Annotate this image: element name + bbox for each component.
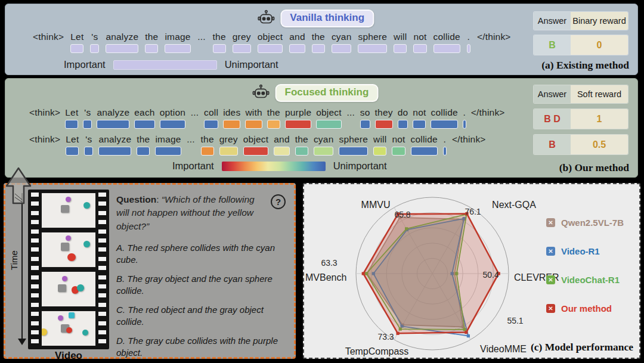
token: the bbox=[201, 134, 214, 156]
token-row-vanilla: <think>Let'sanalyzetheimage...thegreyobj… bbox=[33, 32, 511, 53]
token: ... bbox=[187, 134, 196, 156]
radar-marker bbox=[467, 334, 470, 337]
answer-header: Answer bbox=[534, 12, 571, 30]
token-word: object bbox=[258, 32, 283, 42]
video-frames bbox=[41, 193, 96, 346]
caption-c: (c) Model performance bbox=[531, 341, 633, 353]
token: </think> bbox=[471, 107, 505, 129]
scene-cube bbox=[61, 243, 69, 251]
token: will bbox=[373, 134, 386, 156]
token: sphere bbox=[339, 134, 368, 156]
reward-header: Soft reward bbox=[571, 85, 628, 103]
token-importance-box bbox=[83, 120, 92, 129]
token-word: <think> bbox=[29, 107, 60, 118]
token: . bbox=[443, 134, 447, 156]
token: sphere bbox=[358, 32, 387, 53]
token: . bbox=[467, 32, 470, 53]
robot-icon bbox=[257, 10, 275, 27]
scene-sphere bbox=[66, 327, 73, 334]
token-word: . bbox=[463, 107, 466, 118]
token: collide bbox=[431, 107, 457, 129]
legend-swatch-icon: ✕ bbox=[546, 275, 555, 284]
token-importance-box bbox=[295, 147, 308, 156]
legend-label: Our method bbox=[561, 303, 612, 314]
token-importance-box bbox=[245, 120, 262, 129]
token: the bbox=[137, 134, 150, 156]
token-importance-box bbox=[201, 147, 214, 156]
token-word: </think> bbox=[452, 134, 486, 145]
token: the bbox=[213, 32, 226, 53]
legend-item: ✕Our method bbox=[546, 303, 624, 314]
radar-value-label: 76.1 bbox=[465, 207, 481, 216]
legend-swatch-icon: ✕ bbox=[546, 218, 555, 227]
answer-option: C. The red object and the gray object co… bbox=[116, 304, 287, 327]
video-label: Video bbox=[28, 350, 109, 362]
token: grey bbox=[219, 134, 238, 156]
question-mark-icon: ? bbox=[271, 194, 286, 209]
token-importance-box bbox=[375, 120, 393, 129]
token-importance-box bbox=[285, 120, 311, 129]
token: ... bbox=[346, 107, 355, 129]
reward-value: 0.5 bbox=[571, 135, 628, 154]
token-word: purple bbox=[285, 107, 311, 118]
token: ... bbox=[197, 32, 206, 53]
token: Let bbox=[70, 32, 83, 53]
radar-axis-label: TempCompass bbox=[345, 346, 409, 356]
token-word: ides bbox=[223, 107, 240, 118]
token-word: coll bbox=[204, 107, 218, 118]
token-importance-box bbox=[204, 120, 218, 129]
legend-swatch-icon: ✕ bbox=[546, 304, 555, 313]
video-frame bbox=[41, 193, 96, 228]
token-importance-box bbox=[213, 44, 226, 53]
token: . bbox=[463, 107, 466, 129]
vanilla-thinking-badge: Vanilla thinking bbox=[280, 10, 374, 27]
token: coll bbox=[204, 107, 218, 129]
scene-sphere bbox=[62, 276, 67, 281]
token-importance-box bbox=[160, 120, 185, 129]
token-importance-box bbox=[233, 44, 251, 53]
radar-axis-label: MMVU bbox=[361, 200, 391, 210]
token: </think> bbox=[477, 32, 511, 53]
radar-value-label: 65.8 bbox=[394, 210, 410, 219]
token-word: </think> bbox=[471, 107, 505, 118]
token-word: ... bbox=[347, 107, 355, 118]
answer-value: B bbox=[534, 135, 571, 154]
token: with bbox=[245, 107, 262, 129]
token-importance-box bbox=[431, 120, 457, 129]
token-word: cyan bbox=[314, 134, 334, 145]
token-importance-box bbox=[165, 44, 190, 53]
token-importance-box bbox=[90, 44, 99, 53]
token: cyan bbox=[314, 134, 334, 156]
token-importance-box bbox=[360, 120, 370, 129]
scene-sphere bbox=[66, 197, 71, 202]
token-importance-box bbox=[467, 44, 470, 53]
token-importance-box bbox=[443, 147, 447, 156]
radar-value-label: 50.4 bbox=[482, 270, 499, 280]
token: analyze bbox=[97, 107, 129, 129]
token-importance-box bbox=[219, 147, 238, 156]
important-label: Important bbox=[172, 160, 214, 172]
token-importance-box bbox=[243, 147, 269, 156]
token-importance-box bbox=[258, 44, 283, 53]
legend-item: ✕Video-R1 bbox=[546, 246, 624, 256]
token-word: the bbox=[201, 134, 214, 145]
token-word: do bbox=[398, 107, 408, 118]
token-word: the bbox=[145, 32, 158, 42]
answer-value: B bbox=[534, 35, 571, 55]
scene-sphere bbox=[41, 328, 47, 336]
token: do bbox=[398, 107, 408, 129]
answer-options: A. The red sphere collides with the cyan… bbox=[116, 242, 287, 358]
radar-marker bbox=[465, 331, 467, 334]
token: not bbox=[413, 32, 426, 53]
token-importance-box bbox=[312, 44, 325, 53]
token-word: so bbox=[360, 107, 370, 118]
reward-table-header: AnswerBinary reward bbox=[534, 12, 628, 30]
token: analyze bbox=[98, 134, 131, 156]
reward-value: 0 bbox=[571, 35, 628, 55]
token-importance-box bbox=[65, 120, 78, 129]
token: they bbox=[375, 107, 393, 129]
reward-table-row: B D1 bbox=[534, 109, 628, 129]
token-word: . bbox=[467, 32, 470, 42]
token: so bbox=[360, 107, 370, 129]
token-importance-box bbox=[314, 147, 334, 156]
